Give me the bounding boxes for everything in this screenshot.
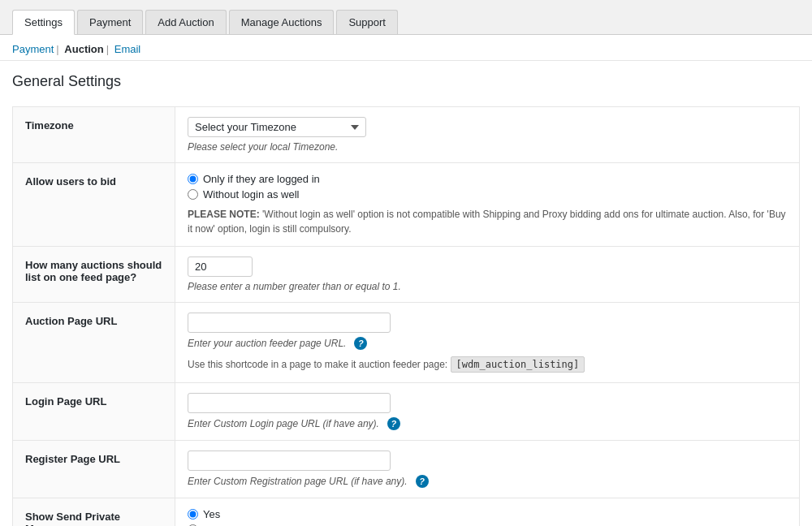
auction-url-control: Enter your auction feeder page URL. ? Us… (175, 303, 800, 383)
table-row: Timezone Select your Timezone Please sel… (13, 107, 800, 163)
allow-bid-radio-group: Only if they are logged in Without login… (188, 173, 787, 200)
allow-bid-control: Only if they are logged in Without login… (175, 163, 800, 247)
radio-without-login-input[interactable] (188, 189, 198, 200)
radio-yes-input[interactable] (188, 509, 198, 520)
register-url-control: Enter Custom Registration page URL (if h… (175, 441, 800, 498)
table-row: Auction Page URL Enter your auction feed… (13, 303, 800, 383)
tab-payment[interactable]: Payment (77, 10, 143, 34)
allow-bid-note: PLEASE NOTE: 'Without login as well' opt… (188, 207, 787, 236)
feed-count-label: How many auctions should list on one fee… (13, 247, 175, 303)
table-row: Show Send Private Message Yes No (13, 498, 800, 527)
feed-count-control: Please enter a number greater than or eq… (175, 247, 800, 303)
table-row: Allow users to bid Only if they are logg… (13, 163, 800, 247)
login-url-control: Enter Custom Login page URL (if have any… (175, 383, 800, 441)
register-url-label: Register Page URL (13, 441, 175, 498)
auction-url-help-row: Enter your auction feeder page URL. ? (188, 337, 787, 350)
tab-add-auction[interactable]: Add Auction (145, 10, 226, 34)
tab-bar: Settings Payment Add Auction Manage Auct… (0, 0, 812, 35)
radio-without-login[interactable]: Without login as well (188, 188, 787, 200)
settings-table: Timezone Select your Timezone Please sel… (12, 106, 800, 526)
login-url-help-text: Enter Custom Login page URL (if have any… (188, 418, 379, 429)
login-url-help-row: Enter Custom Login page URL (if have any… (188, 417, 787, 430)
radio-logged-in-input[interactable] (188, 174, 198, 184)
register-url-help-icon[interactable]: ? (416, 475, 429, 488)
radio-logged-in[interactable]: Only if they are logged in (188, 173, 787, 185)
timezone-control: Select your Timezone Please select your … (175, 107, 800, 163)
private-msg-label: Show Send Private Message (13, 498, 175, 527)
register-url-input[interactable] (188, 451, 391, 471)
login-url-help-icon[interactable]: ? (387, 417, 400, 430)
section-title: General Settings (12, 73, 800, 94)
timezone-help: Please select your local Timezone. (188, 141, 787, 153)
note-body: 'Without login as well' option is not co… (188, 209, 786, 235)
radio-without-login-label: Without login as well (203, 188, 300, 200)
login-url-label: Login Page URL (13, 383, 175, 441)
auction-url-input[interactable] (188, 313, 391, 333)
allow-bid-label: Allow users to bid (13, 163, 175, 247)
shortcode-row: Use this shortcode in a page to make it … (188, 356, 787, 373)
tab-support[interactable]: Support (336, 10, 398, 34)
radio-yes[interactable]: Yes (188, 508, 787, 520)
shortcode-badge: [wdm_auction_listing] (451, 356, 585, 373)
radio-logged-in-label: Only if they are logged in (203, 173, 320, 185)
table-row: How many auctions should list on one fee… (13, 247, 800, 303)
note-bold: PLEASE NOTE: (188, 209, 260, 220)
tab-manage-auctions[interactable]: Manage Auctions (229, 10, 335, 34)
register-url-help-row: Enter Custom Registration page URL (if h… (188, 475, 787, 488)
timezone-select[interactable]: Select your Timezone (188, 117, 366, 137)
shortcode-label-text: Use this shortcode in a page to make it … (188, 359, 447, 370)
breadcrumb-sep2: | (106, 43, 109, 55)
auction-url-help-icon[interactable]: ? (354, 337, 367, 350)
login-url-input[interactable] (188, 393, 391, 413)
table-row: Login Page URL Enter Custom Login page U… (13, 383, 800, 441)
table-row: Register Page URL Enter Custom Registrat… (13, 441, 800, 498)
register-url-help-text: Enter Custom Registration page URL (if h… (188, 476, 408, 487)
breadcrumb: Payment| Auction| Email (0, 35, 812, 61)
radio-yes-label: Yes (203, 508, 220, 520)
tab-settings[interactable]: Settings (12, 10, 75, 35)
breadcrumb-email[interactable]: Email (114, 43, 141, 55)
breadcrumb-auction: Auction (64, 43, 103, 55)
breadcrumb-sep1: | (56, 43, 58, 55)
auction-url-help-text: Enter your auction feeder page URL. (188, 338, 346, 349)
content-area: General Settings Timezone Select your Ti… (0, 61, 812, 526)
feed-count-input[interactable] (188, 257, 253, 277)
page-wrapper: Settings Payment Add Auction Manage Auct… (0, 0, 812, 526)
private-msg-radio-group: Yes No (188, 508, 787, 526)
auction-url-label: Auction Page URL (13, 303, 175, 383)
private-msg-control: Yes No Choose Yes if you want to display… (175, 498, 800, 527)
timezone-label: Timezone (13, 107, 175, 163)
feed-count-help: Please enter a number greater than or eq… (188, 281, 787, 292)
breadcrumb-payment[interactable]: Payment (12, 43, 54, 55)
